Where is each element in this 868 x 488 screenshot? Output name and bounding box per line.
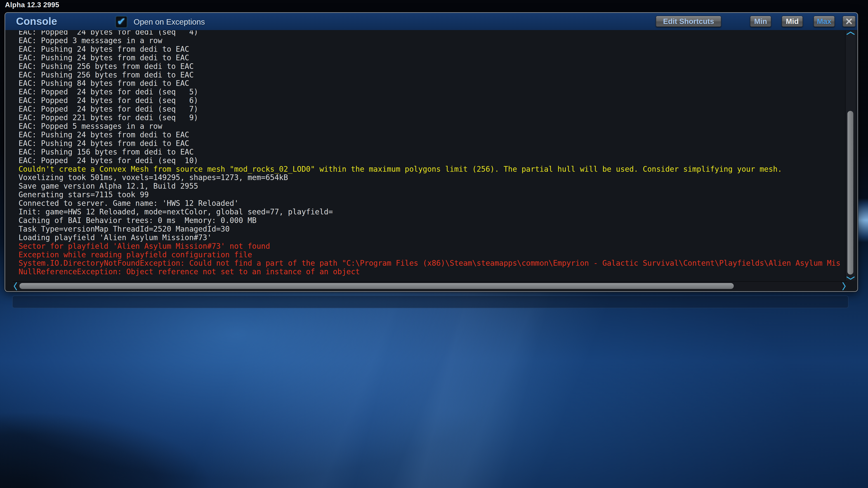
open-on-exceptions-label: Open on Exceptions (133, 18, 205, 26)
log-line: Task Type=versionMap ThreadId=2520 Manag… (19, 225, 840, 233)
log-line: EAC: Popped 24 bytes for dedi (seq 10) (19, 156, 840, 165)
window-title: Console (16, 15, 57, 27)
log-line: EAC: Popped 24 bytes for dedi (seq 4) (19, 31, 840, 36)
log-line: EAC: Popped 24 bytes for dedi (seq 5) (19, 88, 840, 96)
game-background: Alpha 12.3 2995 Console ✔ Open on Except… (0, 0, 868, 488)
log-line: Init: game=HWS 12 Reloaded, mode=nextCol… (19, 207, 840, 216)
size-min-button[interactable]: Min (750, 16, 771, 27)
log-line: EAC: Pushing 256 bytes from dedi to EAC (19, 71, 840, 79)
titlebar-buttons: Edit Shortcuts Min Mid Max ✕ (656, 16, 856, 27)
log-line: EAC: Pushing 24 bytes from dedi to EAC (19, 131, 840, 139)
size-mid-button[interactable]: Mid (782, 16, 803, 27)
log-line: EAC: Pushing 24 bytes from dedi to EAC (19, 45, 840, 54)
log-line: EAC: Popped 3 messsages in a row (19, 36, 840, 45)
log-line: Voxelizing took 501ms, voxels=149295, sh… (19, 173, 840, 182)
console-command-input[interactable] (13, 296, 848, 308)
close-icon: ✕ (845, 16, 853, 27)
log-line: EAC: Popped 5 messsages in a row (19, 122, 840, 131)
open-on-exceptions-group: ✔ Open on Exceptions (116, 16, 205, 28)
scroll-right-icon[interactable] (842, 282, 846, 291)
log-line: EAC: Pushing 24 bytes from dedi to EAC (19, 139, 840, 148)
scroll-left-icon[interactable] (13, 282, 17, 291)
log-line: EAC: Popped 24 bytes for dedi (seq 7) (19, 105, 840, 113)
open-on-exceptions-checkbox[interactable]: ✔ (116, 16, 127, 28)
log-line: EAC: Pushing 256 bytes from dedi to EAC (19, 62, 840, 71)
log-line: Generating stars=7115 took 99 (19, 191, 840, 199)
scroll-up-icon[interactable] (846, 31, 855, 35)
log-line: EAC: Pushing 156 bytes from dedi to EAC (19, 148, 840, 156)
size-max-button[interactable]: Max (813, 16, 835, 27)
vertical-scrollbar-thumb[interactable] (847, 111, 853, 274)
log-line: EAC: Popped 221 bytes for dedi (seq 9) (19, 113, 840, 122)
log-line: EAC: Pushing 24 bytes from dedi to EAC (19, 54, 840, 62)
log-line: Sector for playfield 'Alien Asylum Missi… (19, 242, 840, 251)
scroll-down-icon[interactable] (846, 276, 855, 280)
log-line: System.IO.DirectoryNotFoundException: Co… (19, 259, 840, 267)
console-window: Console ✔ Open on Exceptions Edit Shortc… (4, 12, 858, 292)
log-line: Couldn't create a Convex Mesh from sourc… (19, 165, 840, 173)
game-version-label: Alpha 12.3 2995 (5, 1, 59, 9)
log-line: EAC: Pushing 84 bytes from dedi to EAC (19, 79, 840, 88)
horizontal-scrollbar-thumb[interactable] (20, 283, 734, 289)
checkmark-icon: ✔ (117, 17, 126, 26)
log-line: Loading playfield 'Alien Asylum Mission#… (19, 233, 840, 242)
log-line: NullReferenceException: Object reference… (19, 267, 840, 276)
close-button[interactable]: ✕ (842, 16, 856, 27)
log-line: EAC: Popped 24 bytes for dedi (seq 6) (19, 96, 840, 105)
edit-shortcuts-button[interactable]: Edit Shortcuts (656, 16, 721, 27)
log-line: Exception while reading playfield config… (19, 251, 840, 259)
console-log-view[interactable]: EAC: Popped 24 bytes for dedi (seq 4)EAC… (13, 31, 840, 293)
log-line: Connected to server. Game name: 'HWS 12 … (19, 199, 840, 207)
console-command-bar (12, 295, 848, 308)
horizontal-scrollbar[interactable] (13, 281, 847, 291)
console-titlebar: Console ✔ Open on Exceptions Edit Shortc… (5, 13, 857, 30)
vertical-scrollbar[interactable] (845, 31, 856, 281)
log-line: Caching of BAI Behavior trees: 0 ms Memo… (19, 216, 840, 225)
log-line: Save game version Alpha 12.1, Build 2955 (19, 182, 840, 191)
